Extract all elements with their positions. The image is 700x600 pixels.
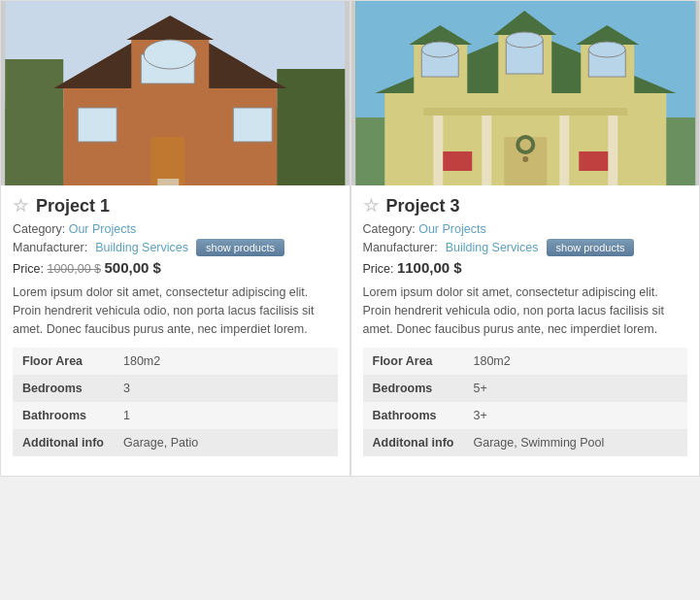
- svg-rect-34: [608, 113, 617, 185]
- spec-value: 180m2: [464, 348, 687, 375]
- specs-table: Floor Area 180m2Bedrooms 3Bathrooms 1Add…: [13, 348, 338, 456]
- spec-label: Additonal info: [363, 429, 464, 456]
- price-row: Price: 1100,00 $: [363, 259, 688, 276]
- projects-container: ☆Project 1Category: Our ProjectsManufact…: [0, 0, 700, 477]
- spec-label: Floor Area: [363, 348, 464, 375]
- table-row: Additonal info Garage, Patio: [13, 429, 338, 456]
- spec-value: 3: [114, 375, 337, 402]
- star-icon[interactable]: ☆: [363, 195, 379, 217]
- table-row: Bedrooms 3: [13, 375, 338, 402]
- spec-label: Bedrooms: [13, 375, 114, 402]
- category-link[interactable]: Our Projects: [418, 222, 485, 236]
- svg-rect-35: [423, 108, 627, 116]
- svg-rect-39: [443, 151, 472, 171]
- project-title: ☆Project 1: [13, 195, 338, 217]
- svg-rect-33: [559, 113, 569, 185]
- show-products-button[interactable]: show products: [547, 239, 635, 256]
- table-row: Floor Area 180m2: [13, 348, 338, 375]
- svg-point-26: [421, 42, 458, 57]
- specs-table: Floor Area 180m2Bedrooms 5+Bathrooms 3+A…: [363, 348, 688, 456]
- spec-label: Bathrooms: [363, 402, 464, 429]
- category-link[interactable]: Our Projects: [69, 222, 136, 236]
- spec-value: 1: [114, 402, 337, 429]
- table-row: Bathrooms 3+: [363, 402, 688, 429]
- price-new: 500,00 $: [105, 259, 161, 276]
- spec-label: Bathrooms: [13, 402, 114, 429]
- svg-rect-3: [5, 59, 63, 185]
- svg-rect-4: [277, 69, 345, 185]
- spec-value: 3+: [464, 402, 687, 429]
- category-row: Category: Our Projects: [363, 222, 688, 236]
- svg-rect-10: [78, 108, 117, 142]
- project-content: ☆Project 1Category: Our ProjectsManufact…: [1, 185, 350, 466]
- spec-label: Floor Area: [13, 348, 114, 375]
- svg-rect-32: [482, 113, 491, 185]
- svg-rect-11: [233, 108, 272, 142]
- svg-point-30: [588, 42, 625, 57]
- svg-rect-9: [150, 137, 184, 185]
- star-icon[interactable]: ☆: [13, 195, 28, 217]
- price-new: 1100,00 $: [397, 259, 462, 276]
- spec-value: Garage, Swimming Pool: [464, 429, 687, 456]
- svg-point-13: [144, 40, 196, 69]
- spec-label: Bedrooms: [363, 375, 464, 402]
- project-content: ☆Project 3Category: Our ProjectsManufact…: [351, 185, 700, 466]
- svg-point-28: [506, 32, 543, 48]
- table-row: Floor Area 180m2: [363, 348, 688, 375]
- svg-rect-40: [579, 151, 608, 171]
- spec-value: 180m2: [114, 348, 337, 375]
- title-text: Project 3: [386, 196, 460, 217]
- price-row: Price: 1000,00 $ 500,00 $: [13, 259, 338, 276]
- spec-value: Garage, Patio: [114, 429, 337, 456]
- project-image: [1, 1, 350, 185]
- table-row: Bathrooms 1: [13, 402, 338, 429]
- svg-point-37: [522, 156, 528, 162]
- table-row: Bedrooms 5+: [363, 375, 688, 402]
- svg-rect-31: [433, 113, 443, 185]
- price-old: 1000,00 $: [47, 262, 101, 276]
- manufacturer-row: Manufacturer: Building Services show pro…: [363, 239, 688, 256]
- svg-rect-14: [157, 179, 179, 185]
- spec-value: 5+: [464, 375, 687, 402]
- project-title: ☆Project 3: [363, 195, 688, 217]
- spec-label: Additonal info: [13, 429, 114, 456]
- table-row: Additonal info Garage, Swimming Pool: [363, 429, 688, 456]
- project-card-2: ☆Project 3Category: Our ProjectsManufact…: [350, 0, 701, 477]
- title-text: Project 1: [36, 196, 110, 217]
- manufacturer-link[interactable]: Building Services: [446, 241, 539, 254]
- category-row: Category: Our Projects: [13, 222, 338, 236]
- project-image: [351, 1, 700, 185]
- manufacturer-link[interactable]: Building Services: [95, 241, 188, 254]
- description: Lorem ipsum dolor sit amet, consectetur …: [363, 283, 688, 338]
- description: Lorem ipsum dolor sit amet, consectetur …: [13, 283, 338, 338]
- show-products-button[interactable]: show products: [196, 239, 284, 256]
- manufacturer-row: Manufacturer: Building Services show pro…: [13, 239, 338, 256]
- project-card-1: ☆Project 1Category: Our ProjectsManufact…: [0, 0, 350, 477]
